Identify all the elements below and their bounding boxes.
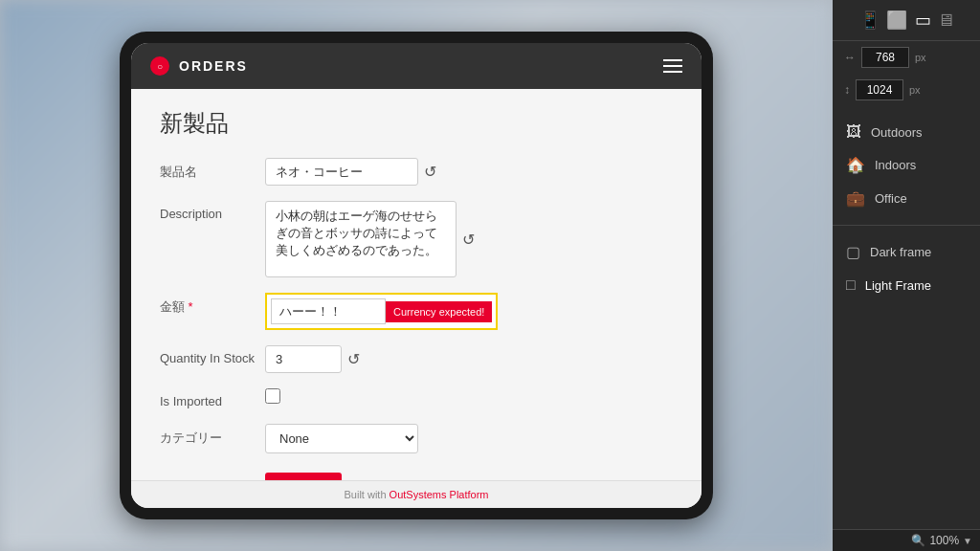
zoom-dropdown-icon[interactable]: ▼ [963, 536, 972, 546]
frame-item-dark[interactable]: ▢ Dark frame [833, 235, 980, 269]
description-wrap: 小林の朝はエーゲ海のせせらぎの音とボッサの詩によって美しくめざめるのであった。 … [265, 201, 673, 277]
indoors-label: Indoors [875, 158, 916, 172]
category-item-office[interactable]: 💼 Office [833, 182, 980, 215]
product-name-wrap: ↺ [265, 158, 673, 186]
width-arrow-icon: ↔ [844, 51, 856, 64]
description-label: Description [160, 201, 265, 221]
save-label-spacer [160, 469, 265, 474]
save-button[interactable]: Save [265, 473, 342, 480]
footer-text: Built with [345, 489, 390, 500]
is-imported-label: Is Imported [160, 388, 265, 408]
category-item-indoors[interactable]: 🏠 Indoors [833, 148, 980, 182]
height-dimension-row: ↕ px [833, 74, 980, 106]
height-arrow-icon: ↕ [844, 83, 850, 97]
product-name-reset-icon[interactable]: ↺ [424, 163, 436, 181]
amount-wrap: Currency expected! [265, 293, 673, 330]
quantity-label: Quantity In Stock [160, 345, 265, 365]
frame-section: ▢ Dark frame □ Light Frame [833, 226, 980, 311]
height-unit: px [909, 84, 921, 96]
device-icons-bar: 📱 ⬜ ▭ 🖥 [833, 0, 980, 41]
quantity-wrap: ↺ [265, 345, 673, 373]
quantity-input[interactable] [265, 345, 342, 373]
product-name-row: 製品名 ↺ [160, 158, 673, 186]
product-name-label: 製品名 [160, 158, 265, 181]
app-footer: Built with OutSystems Platform [131, 480, 702, 508]
light-frame-icon: □ [846, 276, 856, 294]
indoors-icon: 🏠 [846, 156, 865, 174]
dark-frame-icon: ▢ [846, 243, 860, 261]
device-icon-group-1: 📱 ⬜ [859, 10, 907, 31]
amount-input[interactable] [271, 298, 386, 324]
width-dimension-row: ↔ px [833, 41, 980, 74]
width-input[interactable] [861, 47, 909, 68]
tablet-landscape-icon[interactable]: ▭ [915, 10, 931, 31]
app-header: ○ ORDERS [131, 43, 702, 89]
hamburger-button[interactable] [663, 59, 682, 73]
zoom-bar: 🔍 100% ▼ [833, 529, 980, 551]
office-icon: 💼 [846, 189, 865, 208]
frame-item-light[interactable]: □ Light Frame [833, 269, 980, 301]
category-label: カテゴリー [160, 424, 265, 447]
app-title: ORDERS [179, 58, 248, 74]
description-row: Description 小林の朝はエーゲ海のせせらぎの音とボッサの詩によって美し… [160, 201, 673, 277]
description-reset-icon[interactable]: ↺ [462, 231, 475, 249]
currency-error-badge: Currency expected! [386, 301, 492, 322]
app-logo: ○ [150, 56, 169, 76]
tablet-frame: ○ ORDERS 新製品 製品名 ↺ [120, 32, 713, 519]
tablet-screen: ○ ORDERS 新製品 製品名 ↺ [131, 43, 702, 508]
page-title: 新製品 [160, 108, 673, 139]
quantity-row: Quantity In Stock ↺ [160, 345, 673, 373]
dark-frame-label: Dark frame [870, 245, 931, 259]
category-section: 🖼 Outdoors 🏠 Indoors 💼 Office [833, 106, 980, 226]
is-imported-checkbox[interactable] [265, 388, 280, 404]
footer-link[interactable]: OutSystems Platform [390, 489, 489, 500]
right-panel: 📱 ⬜ ▭ 🖥 ↔ px ↕ px 🖼 Outdoors 🏠 Indoors 💼… [833, 0, 980, 551]
zoom-value: 100% [929, 534, 959, 547]
category-item-outdoors[interactable]: 🖼 Outdoors [833, 116, 980, 148]
tablet-icon[interactable]: ⬜ [886, 10, 907, 31]
outdoors-label: Outdoors [871, 125, 922, 140]
zoom-icon: 🔍 [911, 534, 925, 547]
amount-label: 金額 [160, 293, 265, 316]
amount-row: 金額 Currency expected! [160, 293, 673, 330]
width-unit: px [915, 52, 926, 63]
monitor-icon[interactable]: 🖥 [937, 11, 954, 31]
product-name-input[interactable] [265, 158, 418, 186]
quantity-reset-icon[interactable]: ↺ [347, 350, 360, 368]
app-body: 新製品 製品名 ↺ Description 小林の朝はエーゲ海のせせらぎの音とボ… [131, 89, 702, 480]
is-imported-row: Is Imported [160, 388, 673, 408]
height-input[interactable] [856, 79, 903, 100]
header-left: ○ ORDERS [150, 56, 248, 76]
light-frame-label: Light Frame [865, 278, 931, 293]
outdoors-icon: 🖼 [846, 123, 861, 141]
category-wrap: None [265, 424, 673, 453]
phone-icon[interactable]: 📱 [859, 10, 880, 31]
category-select[interactable]: None [265, 424, 418, 453]
is-imported-wrap [265, 388, 673, 404]
description-input[interactable]: 小林の朝はエーゲ海のせせらぎの音とボッサの詩によって美しくめざめるのであった。 [265, 201, 457, 277]
device-icon-group-2: ▭ 🖥 [915, 10, 954, 31]
save-row: Save [160, 469, 673, 480]
category-row: カテゴリー None [160, 424, 673, 453]
office-label: Office [875, 191, 907, 206]
currency-field-wrap: Currency expected! [265, 293, 498, 330]
